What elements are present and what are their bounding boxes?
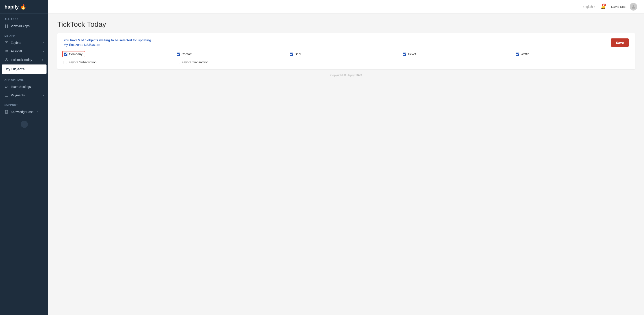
- zaybra-transaction-checkbox[interactable]: [176, 61, 180, 64]
- company-label: Company: [69, 52, 82, 56]
- ticket-label: Ticket: [408, 52, 416, 56]
- svg-point-12: [632, 5, 634, 7]
- svg-rect-1: [7, 24, 8, 26]
- notification-button[interactable]: 🔔 2+: [600, 3, 607, 10]
- main-area: English › 🔔 2+ David Staat TickTock Toda…: [48, 0, 644, 315]
- clock-icon: [4, 58, 8, 62]
- topbar: English › 🔔 2+ David Staat: [48, 0, 644, 14]
- checkbox-zaybra-transaction[interactable]: Zaybra Transaction: [176, 60, 290, 64]
- svg-point-9: [7, 86, 8, 86]
- logo-wordmark: hapily: [4, 4, 19, 10]
- svg-rect-0: [5, 24, 6, 26]
- sidebar-collapse-button[interactable]: ‹: [21, 121, 28, 128]
- deal-checkbox[interactable]: [290, 52, 293, 56]
- external-link-icon: ↗: [36, 110, 38, 114]
- zaybra-transaction-label: Zaybra Transaction: [182, 60, 208, 64]
- sidebar-item-label: My Objects: [6, 67, 24, 71]
- chevron-right-icon: ›: [43, 50, 44, 53]
- zaybra-subscription-label: Zaybra Subscription: [68, 60, 96, 64]
- book-icon: [4, 110, 8, 114]
- waffle-checkbox[interactable]: [516, 52, 519, 56]
- sidebar-item-my-objects[interactable]: My Objects: [2, 64, 46, 74]
- sidebar-logo: hapily 🔥: [0, 0, 48, 14]
- sidebar-item-label: KnowledgeBase: [11, 110, 34, 114]
- ticket-checkbox[interactable]: [403, 52, 406, 56]
- page-title: TickTock Today: [57, 20, 635, 28]
- avatar: [630, 3, 637, 10]
- payment-icon: [4, 93, 8, 97]
- checkbox-company[interactable]: Company: [64, 51, 176, 57]
- chevron-right-icon: ›: [43, 94, 44, 97]
- svg-rect-3: [7, 26, 8, 28]
- notification-badge: 2+: [602, 4, 606, 6]
- sidebar-item-team-settings[interactable]: Team Settings: [0, 82, 48, 91]
- checkbox-zaybra-subscription[interactable]: Zaybra Subscription: [64, 60, 176, 64]
- chevron-right-icon: ›: [43, 41, 44, 44]
- contact-label: Contact: [182, 52, 192, 56]
- deal-label: Deal: [294, 52, 301, 56]
- svg-rect-10: [5, 94, 8, 96]
- copyright-text: Copyright © Hapily 2023: [330, 74, 362, 77]
- svg-point-5: [6, 50, 7, 51]
- user-menu[interactable]: David Staat: [611, 3, 637, 10]
- company-checkbox[interactable]: [64, 52, 68, 56]
- sidebar-item-label: Payments: [11, 94, 25, 97]
- main-card: You have 5 of 5 objects waiting to be se…: [57, 33, 635, 70]
- sidebar-item-label: View All Apps: [11, 24, 30, 28]
- logo-text: hapily 🔥: [4, 4, 26, 10]
- sidebar-item-label: Zaybra: [11, 41, 21, 44]
- info-line2: My Timezone: US/Eastern: [64, 43, 629, 46]
- language-selector[interactable]: English ›: [582, 5, 595, 8]
- content-area: TickTock Today You have 5 of 5 objects w…: [48, 14, 644, 315]
- zaybra-subscription-checkbox[interactable]: [64, 61, 67, 64]
- language-label: English: [582, 5, 593, 8]
- sidebar-item-payments[interactable]: Payments ›: [0, 91, 48, 100]
- sidebar-item-associ8[interactable]: Associ8 ›: [0, 47, 48, 56]
- sidebar-item-label: Associ8: [11, 50, 22, 53]
- sidebar-item-zaybra[interactable]: Zaybra ›: [0, 38, 48, 47]
- waffle-label: Waffle: [521, 52, 530, 56]
- sidebar-item-label: TickTock Today: [11, 58, 32, 62]
- checkbox-ticket[interactable]: Ticket: [403, 51, 516, 57]
- language-chevron-icon: ›: [594, 6, 595, 8]
- team-icon: [4, 85, 8, 89]
- section-label-app-options: APP OPTIONS: [0, 74, 48, 82]
- save-button[interactable]: Save: [611, 38, 629, 47]
- user-name: David Staat: [611, 5, 627, 8]
- grid-icon: [4, 24, 8, 28]
- checkbox-waffle[interactable]: Waffle: [516, 51, 629, 57]
- chevron-down-icon: ∨: [42, 58, 44, 61]
- section-label-support: SUPPORT: [0, 100, 48, 108]
- svg-point-8: [6, 86, 6, 86]
- sidebar-item-view-all-apps[interactable]: View All Apps: [0, 22, 48, 30]
- footer: Copyright © Hapily 2023: [57, 70, 635, 81]
- sidebar: hapily 🔥 ALL APPS View All Apps MY APP Z…: [0, 0, 48, 315]
- sidebar-item-knowledgebase[interactable]: KnowledgeBase ↗: [0, 108, 48, 116]
- svg-point-6: [7, 50, 8, 51]
- checkbox-deal[interactable]: Deal: [290, 51, 403, 57]
- app-icon: [4, 41, 8, 45]
- info-line1: You have 5 of 5 objects waiting to be se…: [64, 38, 629, 42]
- sidebar-item-label: Team Settings: [11, 85, 31, 88]
- logo-flame-icon: 🔥: [20, 4, 26, 10]
- checkbox-contact[interactable]: Contact: [176, 51, 290, 57]
- people-icon: [4, 49, 8, 53]
- sidebar-item-ticktock[interactable]: TickTock Today ∨: [0, 56, 48, 64]
- section-label-all-apps: ALL APPS: [0, 14, 48, 22]
- checkboxes-grid: Company Contact Deal Ticket: [64, 51, 629, 64]
- section-label-my-app: MY APP: [0, 30, 48, 38]
- contact-checkbox[interactable]: [176, 52, 180, 56]
- svg-rect-2: [5, 26, 6, 28]
